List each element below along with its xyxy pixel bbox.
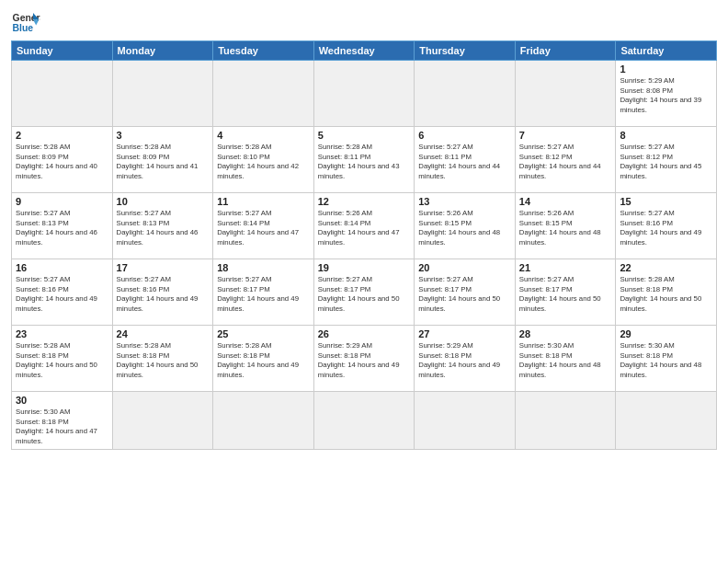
calendar-cell xyxy=(313,61,415,127)
calendar-cell: 9Sunrise: 5:27 AMSunset: 8:13 PMDaylight… xyxy=(12,193,113,259)
calendar-cell xyxy=(12,61,113,127)
calendar-cell xyxy=(515,392,616,450)
calendar-cell: 21Sunrise: 5:27 AMSunset: 8:17 PMDayligh… xyxy=(515,259,616,326)
header-saturday: Saturday xyxy=(616,41,717,61)
day-number: 18 xyxy=(217,262,310,273)
day-number: 21 xyxy=(519,262,612,273)
calendar-row: 2Sunrise: 5:28 AMSunset: 8:09 PMDaylight… xyxy=(12,127,717,193)
day-number: 11 xyxy=(217,196,310,207)
calendar-cell: 22Sunrise: 5:28 AMSunset: 8:18 PMDayligh… xyxy=(616,259,717,326)
day-info: Sunrise: 5:29 AMSunset: 8:18 PMDaylight:… xyxy=(318,341,411,380)
calendar-cell: 16Sunrise: 5:27 AMSunset: 8:16 PMDayligh… xyxy=(12,259,113,326)
header-friday: Friday xyxy=(515,41,616,61)
calendar-cell: 20Sunrise: 5:27 AMSunset: 8:17 PMDayligh… xyxy=(415,259,516,326)
day-number: 28 xyxy=(519,328,612,339)
header-thursday: Thursday xyxy=(415,41,516,61)
day-number: 23 xyxy=(16,328,108,339)
day-number: 12 xyxy=(318,196,411,207)
day-info: Sunrise: 5:28 AMSunset: 8:09 PMDaylight:… xyxy=(16,143,108,181)
day-info: Sunrise: 5:27 AMSunset: 8:17 PMDaylight:… xyxy=(217,275,310,314)
day-number: 13 xyxy=(418,196,511,207)
calendar-cell xyxy=(616,392,717,450)
day-info: Sunrise: 5:26 AMSunset: 8:15 PMDaylight:… xyxy=(519,209,612,247)
day-number: 27 xyxy=(418,328,511,339)
day-number: 3 xyxy=(117,130,210,141)
day-number: 4 xyxy=(217,130,310,141)
day-number: 10 xyxy=(117,196,210,207)
calendar-cell: 17Sunrise: 5:27 AMSunset: 8:16 PMDayligh… xyxy=(112,259,213,326)
calendar-row: 30Sunrise: 5:30 AMSunset: 8:18 PMDayligh… xyxy=(12,392,717,450)
day-info: Sunrise: 5:26 AMSunset: 8:15 PMDaylight:… xyxy=(418,209,511,247)
calendar-cell: 6Sunrise: 5:27 AMSunset: 8:11 PMDaylight… xyxy=(415,127,516,193)
calendar-cell: 10Sunrise: 5:27 AMSunset: 8:13 PMDayligh… xyxy=(112,193,213,259)
calendar-cell xyxy=(415,392,516,450)
day-number: 17 xyxy=(117,262,210,273)
day-info: Sunrise: 5:27 AMSunset: 8:11 PMDaylight:… xyxy=(418,143,511,181)
day-number: 16 xyxy=(16,262,108,273)
day-number: 14 xyxy=(519,196,612,207)
calendar-row: 1Sunrise: 5:29 AMSunset: 8:08 PMDaylight… xyxy=(12,61,717,127)
day-info: Sunrise: 5:28 AMSunset: 8:18 PMDaylight:… xyxy=(117,341,210,380)
calendar-cell: 4Sunrise: 5:28 AMSunset: 8:10 PMDaylight… xyxy=(213,127,314,193)
day-info: Sunrise: 5:30 AMSunset: 8:18 PMDaylight:… xyxy=(519,341,612,380)
day-info: Sunrise: 5:27 AMSunset: 8:16 PMDaylight:… xyxy=(620,209,712,247)
day-info: Sunrise: 5:28 AMSunset: 8:18 PMDaylight:… xyxy=(620,275,712,314)
day-info: Sunrise: 5:28 AMSunset: 8:11 PMDaylight:… xyxy=(318,143,411,181)
day-info: Sunrise: 5:27 AMSunset: 8:12 PMDaylight:… xyxy=(620,143,712,181)
header-tuesday: Tuesday xyxy=(213,41,314,61)
logo: General Blue xyxy=(11,9,40,35)
day-info: Sunrise: 5:28 AMSunset: 8:09 PMDaylight:… xyxy=(117,143,210,181)
day-info: Sunrise: 5:27 AMSunset: 8:16 PMDaylight:… xyxy=(117,275,210,314)
day-number: 9 xyxy=(16,196,108,207)
calendar-cell xyxy=(213,392,314,450)
day-info: Sunrise: 5:28 AMSunset: 8:18 PMDaylight:… xyxy=(217,341,310,380)
calendar-cell: 3Sunrise: 5:28 AMSunset: 8:09 PMDaylight… xyxy=(112,127,213,193)
calendar-cell: 5Sunrise: 5:28 AMSunset: 8:11 PMDaylight… xyxy=(313,127,415,193)
day-info: Sunrise: 5:27 AMSunset: 8:13 PMDaylight:… xyxy=(117,209,210,247)
calendar-cell: 27Sunrise: 5:29 AMSunset: 8:18 PMDayligh… xyxy=(415,326,516,392)
calendar: Sunday Monday Tuesday Wednesday Thursday… xyxy=(11,40,717,450)
calendar-cell: 12Sunrise: 5:26 AMSunset: 8:14 PMDayligh… xyxy=(313,193,415,259)
calendar-cell: 15Sunrise: 5:27 AMSunset: 8:16 PMDayligh… xyxy=(616,193,717,259)
day-info: Sunrise: 5:26 AMSunset: 8:14 PMDaylight:… xyxy=(318,209,411,247)
day-number: 20 xyxy=(418,262,511,273)
calendar-row: 9Sunrise: 5:27 AMSunset: 8:13 PMDaylight… xyxy=(12,193,717,259)
day-info: Sunrise: 5:27 AMSunset: 8:14 PMDaylight:… xyxy=(217,209,310,247)
day-number: 24 xyxy=(117,328,210,339)
calendar-cell xyxy=(515,61,616,127)
day-number: 1 xyxy=(620,63,712,75)
calendar-cell: 24Sunrise: 5:28 AMSunset: 8:18 PMDayligh… xyxy=(112,326,213,392)
day-number: 2 xyxy=(16,130,108,141)
calendar-row: 23Sunrise: 5:28 AMSunset: 8:18 PMDayligh… xyxy=(12,326,717,392)
calendar-cell: 11Sunrise: 5:27 AMSunset: 8:14 PMDayligh… xyxy=(213,193,314,259)
day-number: 22 xyxy=(620,262,712,273)
day-number: 19 xyxy=(318,262,411,273)
day-number: 8 xyxy=(620,130,712,141)
calendar-cell: 8Sunrise: 5:27 AMSunset: 8:12 PMDaylight… xyxy=(616,127,717,193)
calendar-cell: 2Sunrise: 5:28 AMSunset: 8:09 PMDaylight… xyxy=(12,127,113,193)
calendar-cell xyxy=(213,61,314,127)
day-number: 7 xyxy=(519,130,612,141)
day-info: Sunrise: 5:27 AMSunset: 8:16 PMDaylight:… xyxy=(16,275,108,314)
day-info: Sunrise: 5:30 AMSunset: 8:18 PMDaylight:… xyxy=(620,341,712,380)
day-info: Sunrise: 5:30 AMSunset: 8:18 PMDaylight:… xyxy=(16,408,108,446)
calendar-cell: 28Sunrise: 5:30 AMSunset: 8:18 PMDayligh… xyxy=(515,326,616,392)
calendar-cell: 7Sunrise: 5:27 AMSunset: 8:12 PMDaylight… xyxy=(515,127,616,193)
day-info: Sunrise: 5:29 AMSunset: 8:18 PMDaylight:… xyxy=(418,341,511,380)
svg-text:Blue: Blue xyxy=(13,23,34,33)
header-wednesday: Wednesday xyxy=(313,41,415,61)
calendar-cell: 30Sunrise: 5:30 AMSunset: 8:18 PMDayligh… xyxy=(12,392,113,450)
day-number: 5 xyxy=(318,130,411,141)
calendar-cell: 29Sunrise: 5:30 AMSunset: 8:18 PMDayligh… xyxy=(616,326,717,392)
day-number: 15 xyxy=(620,196,712,207)
day-info: Sunrise: 5:27 AMSunset: 8:17 PMDaylight:… xyxy=(519,275,612,314)
day-info: Sunrise: 5:28 AMSunset: 8:18 PMDaylight:… xyxy=(16,341,108,380)
day-number: 25 xyxy=(217,328,310,339)
day-number: 29 xyxy=(620,328,712,339)
calendar-cell xyxy=(112,392,213,450)
calendar-cell: 25Sunrise: 5:28 AMSunset: 8:18 PMDayligh… xyxy=(213,326,314,392)
day-info: Sunrise: 5:27 AMSunset: 8:17 PMDaylight:… xyxy=(418,275,511,314)
header: General Blue xyxy=(11,9,717,35)
calendar-cell xyxy=(112,61,213,127)
calendar-cell: 26Sunrise: 5:29 AMSunset: 8:18 PMDayligh… xyxy=(313,326,415,392)
